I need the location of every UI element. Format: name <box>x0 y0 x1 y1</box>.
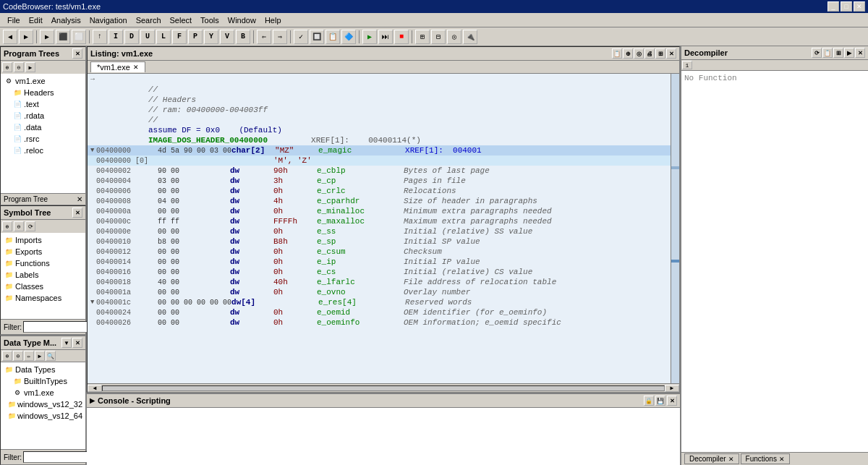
menu-window[interactable]: Window <box>224 14 260 26</box>
list-item[interactable]: 0040001a 00 00 dw 0h e_ovno Overlay numb… <box>88 287 671 297</box>
tree-item-labels[interactable]: 📁 Labels <box>2 269 84 281</box>
toolbar-l[interactable]: L <box>156 30 171 44</box>
list-item[interactable]: // Headers <box>88 95 671 105</box>
menu-edit[interactable]: Edit <box>25 14 47 26</box>
dec-tab-decompiler[interactable]: Decompiler ✕ <box>684 453 739 464</box>
list-item[interactable]: 00400002 90 00 dw 90h e_cblp Bytes of la… <box>88 166 671 176</box>
decompiler-content[interactable]: No Function <box>681 71 868 452</box>
dec-tab-decompiler-close[interactable]: ✕ <box>728 456 734 463</box>
tree-item-namespaces[interactable]: 📁 Namespaces <box>2 292 84 304</box>
dec-tb-btn1[interactable]: 1 <box>682 61 692 69</box>
toolbar-import[interactable]: ⇐ <box>257 30 271 44</box>
menu-tools[interactable]: Tools <box>196 14 224 26</box>
program-trees-close[interactable]: ✕ <box>72 48 82 59</box>
listing-btn4[interactable]: 🖨 <box>644 48 655 59</box>
forward-button[interactable]: ▶ <box>19 30 33 44</box>
toolbar-y[interactable]: Y <box>204 30 218 44</box>
list-item[interactable]: 00400024 00 00 dw 0h e_oemid OEM identif… <box>88 307 671 317</box>
st-toolbar-btn3[interactable]: ⟳ <box>25 221 35 231</box>
toolbar-i[interactable]: I <box>109 30 123 44</box>
tree-item-rdata[interactable]: 📄 .rdata <box>2 110 84 121</box>
listing-tab-vm1exe[interactable]: *vm1.exe ✕ <box>90 61 145 72</box>
dec-btn1[interactable]: ⟳ <box>812 48 822 58</box>
list-item[interactable]: 00400026 00 00 dw 0h e_oeminfo OEM infor… <box>88 317 671 328</box>
list-item[interactable]: 00400014 00 00 dw 0h e_ip Initial IP val… <box>88 257 671 267</box>
list-item[interactable]: 00400008 04 00 dw 4h e_cparhdr Size of h… <box>88 196 671 206</box>
dt-expand[interactable]: ▼ <box>61 338 72 348</box>
list-item[interactable]: 0040000c ff ff dw FFFFh e_maxalloc Maxim… <box>88 216 671 226</box>
listing-btn5[interactable]: ⊞ <box>655 48 665 59</box>
menu-file[interactable]: File <box>3 14 25 26</box>
listing-btn2[interactable]: ⊕ <box>623 48 633 59</box>
list-item[interactable]: 0040000a 00 00 dw 0h e_minalloc Minimum … <box>88 206 671 216</box>
console-lock-btn[interactable]: 🔒 <box>644 396 654 406</box>
tree-item-win32[interactable]: 📁 windows_vs12_32 <box>2 398 84 410</box>
tree-item-builtintypes[interactable]: 📁 BuiltInTypes <box>2 375 84 387</box>
list-item[interactable]: 00400006 00 00 dw 0h e_crlc Relocations <box>88 186 671 196</box>
listing-minimap[interactable] <box>671 74 679 383</box>
tree-item-data[interactable]: 📄 .data <box>2 121 84 133</box>
list-item[interactable]: // ram: 00400000-004003ff <box>88 105 671 115</box>
console-close-btn[interactable]: ✕ <box>667 396 677 406</box>
pt-toolbar-btn3[interactable]: ▶ <box>25 62 35 72</box>
console-content[interactable] <box>87 408 680 465</box>
toolbar-f[interactable]: F <box>172 30 187 44</box>
list-item[interactable]: 00400012 00 00 dw 0h e_csum Checksum <box>88 247 671 257</box>
tree-item-reloc[interactable]: 📄 .reloc <box>2 145 84 156</box>
listing-content[interactable]: → // // Headers // ram: 00400000-004003f… <box>88 74 671 383</box>
listing-hscrollbar[interactable]: ◀ ▶ <box>88 383 679 392</box>
dt-btn4[interactable]: ▶ <box>35 351 45 361</box>
dec-expand[interactable]: ▶ <box>844 48 854 58</box>
menu-help[interactable]: Help <box>260 14 286 26</box>
tree-item-rsrc[interactable]: 📄 .rsrc <box>2 133 84 145</box>
dt-close[interactable]: ✕ <box>72 338 82 348</box>
st-toolbar-btn2[interactable]: ⊖ <box>14 221 24 231</box>
pt-toolbar-btn1[interactable]: ⊕ <box>2 62 12 72</box>
symbol-tree-close[interactable]: ✕ <box>72 208 82 218</box>
list-item[interactable]: 00400010 b8 00 dw B8h e_sp Initial SP va… <box>88 236 671 247</box>
dt-btn1[interactable]: ⊕ <box>2 351 12 361</box>
menu-analysis[interactable]: Analysis <box>47 14 85 26</box>
toolbar-up[interactable]: ↑ <box>93 30 107 44</box>
listing-btn1[interactable]: 📋 <box>612 48 622 59</box>
collapse-btn-res[interactable]: ▼ <box>90 299 96 306</box>
toolbar-misc4[interactable]: 🔌 <box>463 30 477 44</box>
close-button[interactable]: ✕ <box>854 1 865 12</box>
dec-close[interactable]: ✕ <box>855 48 865 58</box>
list-item[interactable]: 00400018 40 00 dw 40h e_lfarlc File addr… <box>88 277 671 287</box>
hscroll-right[interactable]: ▶ <box>665 385 679 392</box>
list-item[interactable]: 00400004 03 00 dw 3h e_cp Pages in file <box>88 176 671 186</box>
list-item[interactable]: ▼ 00400000 4d 5a 90 00 03 00 char[2] "MZ… <box>88 145 671 155</box>
pt-toolbar-btn2[interactable]: ⊖ <box>14 62 24 72</box>
toolbar-misc2[interactable]: ⊟ <box>431 30 446 44</box>
toolbar-btn-2[interactable]: ⬛ <box>56 30 70 44</box>
minimize-button[interactable]: _ <box>827 1 839 12</box>
list-item[interactable]: 00400000 [0] 'M', 'Z' <box>88 155 671 166</box>
maximize-button[interactable]: □ <box>841 1 852 12</box>
toolbar-img3[interactable]: 🔷 <box>341 30 356 44</box>
list-item[interactable]: ▼ 0040001c 00 00 00 00 00 00 dw[4] e_res… <box>88 297 671 307</box>
toolbar-misc3[interactable]: ◎ <box>447 30 461 44</box>
tree-item-datatypes[interactable]: 📁 Data Types <box>2 364 84 375</box>
toolbar-b[interactable]: B <box>236 30 250 44</box>
toolbar-btn-3[interactable]: ⬜ <box>72 30 86 44</box>
st-toolbar-btn1[interactable]: ⊕ <box>2 221 12 231</box>
list-item[interactable]: 0040000e 00 00 dw 0h e_ss Initial (relat… <box>88 226 671 236</box>
tree-item-dt-vm1[interactable]: ⚙ vm1.exe <box>2 387 84 398</box>
toolbar-u[interactable]: U <box>140 30 155 44</box>
tree-item-functions[interactable]: 📁 Functions <box>2 257 84 269</box>
dec-tab-functions-close[interactable]: ✕ <box>779 456 785 463</box>
list-item[interactable]: // <box>88 115 671 125</box>
menu-search[interactable]: Search <box>132 14 166 26</box>
tree-item-win64[interactable]: 📁 windows_vs12_64 <box>2 410 84 422</box>
listing-close[interactable]: ✕ <box>666 48 676 59</box>
list-item[interactable]: IMAGE_DOS_HEADER_00400000 XREF[1]: 00400… <box>88 135 671 145</box>
dt-btn3[interactable]: ✏ <box>24 351 34 361</box>
toolbar-stop[interactable]: ■ <box>394 30 409 44</box>
list-item[interactable]: 00400016 00 00 dw 0h e_cs Initial (relat… <box>88 267 671 277</box>
toolbar-misc1[interactable]: ⊞ <box>415 30 430 44</box>
toolbar-img2[interactable]: 📋 <box>326 30 340 44</box>
toolbar-check[interactable]: ✓ <box>294 30 308 44</box>
tree-item-text[interactable]: 📄 .text <box>2 98 84 110</box>
toolbar-p[interactable]: P <box>188 30 203 44</box>
